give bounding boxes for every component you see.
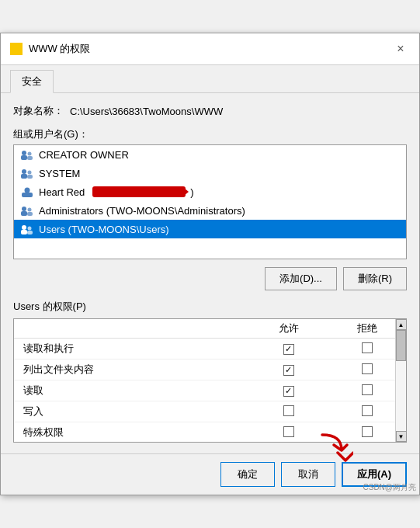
user-name: Users (TWO-MOONS\Users) [39, 224, 169, 235]
col-permission [14, 319, 249, 339]
perm-row: 列出文件夹内容 [14, 360, 406, 380]
scroll-handle[interactable] [396, 330, 406, 361]
svg-rect-14 [21, 230, 27, 234]
deny-cell[interactable] [328, 401, 406, 422]
allow-checkbox[interactable] [283, 405, 294, 416]
users-list[interactable]: CREATOR OWNER SYSTEM Heart Red [13, 144, 407, 259]
tab-bar: 安全 [1, 65, 419, 93]
allow-checkbox[interactable] [283, 426, 294, 437]
svg-rect-4 [21, 174, 27, 179]
group-label: 组或用户名(G)： [13, 127, 407, 141]
svg-point-15 [22, 225, 26, 230]
permissions-table-wrapper: 允许 拒绝 读取和执行 [13, 318, 407, 443]
perm-name: 特殊权限 [14, 422, 249, 443]
deny-cell[interactable] [328, 380, 406, 401]
deny-checkbox[interactable] [362, 363, 373, 374]
allow-checkbox[interactable] [283, 344, 294, 355]
paren-close: ) [190, 186, 193, 198]
user-group-icon [20, 203, 34, 217]
svg-rect-2 [27, 156, 33, 160]
perm-name: 列出文件夹内容 [14, 360, 249, 380]
deny-cell[interactable] [328, 339, 406, 360]
allow-cell[interactable] [249, 360, 328, 380]
arrow-svg [314, 431, 353, 462]
heart-red-highlight [92, 186, 186, 197]
perm-row: 读取 [14, 380, 406, 401]
window-title: WWW 的权限 [29, 42, 90, 56]
allow-cell[interactable] [249, 401, 328, 422]
user-name: SYSTEM [39, 168, 80, 179]
list-item-heart-red[interactable]: Heart Red ) [14, 182, 406, 201]
allow-checkbox[interactable] [283, 365, 294, 376]
object-name-row: 对象名称： C:\Users\36683\TwoMoons\WWW [13, 104, 407, 118]
list-item[interactable]: SYSTEM [14, 164, 406, 182]
user-name: CREATOR OWNER [39, 149, 129, 161]
deny-checkbox[interactable] [362, 384, 373, 395]
svg-point-17 [28, 227, 32, 231]
permissions-window: WWW 的权限 × 安全 对象名称： C:\Users\36683\TwoMoo… [0, 33, 420, 495]
bottom-buttons: 确定 取消 应用(A) CSDN@两月亮 [1, 453, 419, 495]
allow-cell[interactable] [249, 380, 328, 401]
deny-checkbox[interactable] [362, 342, 373, 353]
object-value: C:\Users\36683\TwoMoons\WWW [70, 106, 223, 117]
deny-checkbox[interactable] [362, 426, 373, 437]
add-remove-buttons: 添加(D)... 删除(R) [13, 267, 407, 290]
allow-checkbox[interactable] [283, 386, 294, 397]
svg-point-5 [22, 169, 26, 174]
close-button[interactable]: × [391, 40, 410, 58]
perm-name: 读取 [14, 380, 249, 401]
ok-button[interactable]: 确定 [220, 462, 275, 487]
svg-rect-8 [22, 193, 33, 197]
cancel-button[interactable]: 取消 [281, 462, 335, 487]
svg-rect-0 [21, 155, 27, 160]
svg-point-1 [22, 151, 26, 155]
user-icon [20, 185, 34, 199]
col-allow: 允许 [249, 319, 328, 339]
user-group-icon [20, 148, 34, 162]
svg-point-13 [28, 208, 32, 212]
user-name: Administrators (TWO-MOONS\Administrators… [39, 205, 245, 217]
user-group-icon [20, 166, 34, 180]
svg-point-9 [25, 188, 30, 193]
list-item[interactable]: Administrators (TWO-MOONS\Administrators… [14, 201, 406, 220]
col-deny: 拒绝 [328, 319, 406, 339]
perm-name: 写入 [14, 401, 249, 422]
list-item[interactable]: CREATOR OWNER [14, 145, 406, 164]
allow-cell[interactable] [249, 339, 328, 360]
svg-rect-16 [27, 231, 33, 234]
scroll-down-button[interactable]: ▼ [396, 431, 407, 442]
perm-row: 写入 [14, 401, 406, 422]
permissions-section-label: Users 的权限(P) [13, 300, 407, 314]
remove-button[interactable]: 删除(R) [343, 267, 407, 290]
svg-rect-6 [27, 175, 33, 179]
scrollbar[interactable]: ▲ ▼ [395, 319, 406, 442]
svg-point-3 [28, 152, 32, 156]
perm-name: 读取和执行 [14, 339, 249, 360]
permissions-table: 允许 拒绝 读取和执行 [14, 319, 406, 443]
title-bar-left: WWW 的权限 [10, 42, 90, 56]
svg-point-11 [22, 207, 26, 211]
deny-checkbox[interactable] [362, 405, 373, 416]
folder-icon [10, 43, 23, 55]
scroll-track [396, 330, 406, 431]
svg-rect-12 [27, 212, 33, 216]
watermark: CSDN@两月亮 [363, 482, 417, 493]
svg-rect-10 [21, 211, 27, 216]
user-group-icon [20, 222, 34, 236]
heart-red-name: Heart Red [39, 186, 85, 198]
object-label: 对象名称： [13, 104, 64, 118]
svg-point-7 [28, 171, 32, 175]
content-area: 对象名称： C:\Users\36683\TwoMoons\WWW 组或用户名(… [1, 93, 419, 453]
arrow-indicator [314, 431, 353, 462]
title-bar: WWW 的权限 × [1, 33, 419, 65]
perm-row: 读取和执行 [14, 339, 406, 360]
add-button[interactable]: 添加(D)... [265, 267, 337, 290]
scroll-up-button[interactable]: ▲ [396, 319, 407, 330]
tab-security[interactable]: 安全 [10, 70, 54, 93]
list-item-users[interactable]: Users (TWO-MOONS\Users) [14, 220, 406, 238]
deny-cell[interactable] [328, 360, 406, 380]
